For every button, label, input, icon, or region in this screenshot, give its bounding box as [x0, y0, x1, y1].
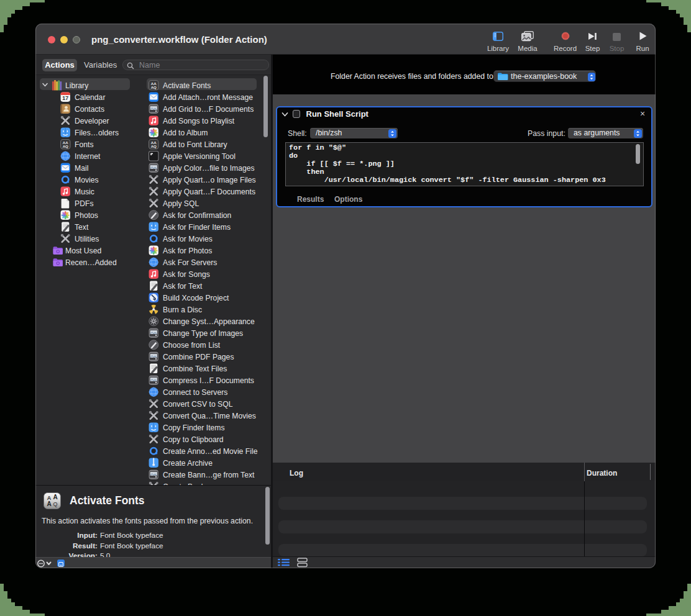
- svg-text:Q: Q: [53, 501, 57, 507]
- svg-text:A: A: [47, 495, 52, 501]
- svg-text:A: A: [47, 500, 51, 507]
- svg-text:A: A: [53, 494, 57, 500]
- svg-text:AQ: AQ: [151, 144, 157, 148]
- svg-text:AQ: AQ: [151, 85, 157, 89]
